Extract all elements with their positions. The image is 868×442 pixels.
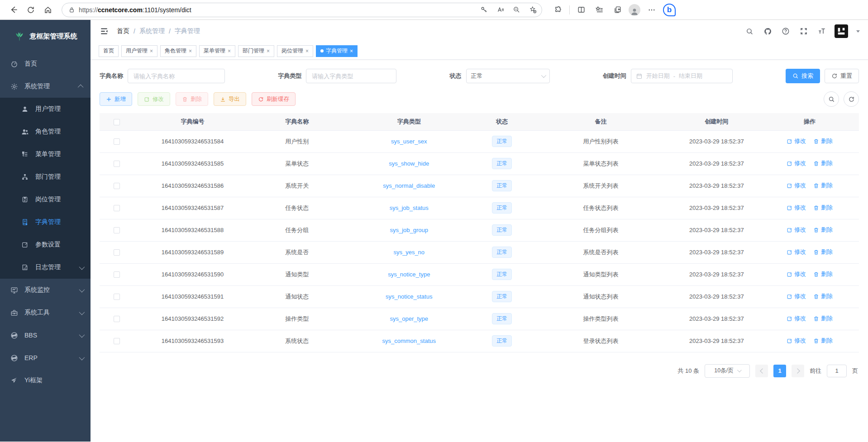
next-page-button[interactable] <box>792 365 804 377</box>
tab-users[interactable]: 用户管理× <box>121 45 157 57</box>
bing-discover-icon[interactable]: b <box>663 4 676 16</box>
extensions-icon[interactable] <box>551 3 565 17</box>
row-checkbox[interactable] <box>114 161 120 167</box>
close-icon[interactable]: × <box>189 48 192 54</box>
tab-dict-active[interactable]: 字典管理× <box>316 45 358 57</box>
dict-type-link[interactable]: sys_notice_status <box>386 293 432 300</box>
page-number-button[interactable]: 1 <box>773 365 786 377</box>
date-range-picker[interactable]: 开始日期 - 结束日期 <box>631 69 733 83</box>
sidebar-item-monitor[interactable]: 系统监控 <box>0 279 91 301</box>
breadcrumb-home[interactable]: 首页 <box>117 27 129 35</box>
close-icon[interactable]: × <box>267 48 270 54</box>
refresh-table-button[interactable] <box>844 91 859 107</box>
back-icon[interactable] <box>6 3 21 17</box>
tab-roles[interactable]: 角色管理× <box>160 45 196 57</box>
row-checkbox[interactable] <box>114 271 120 278</box>
tab-posts[interactable]: 岗位管理× <box>277 45 313 57</box>
row-checkbox[interactable] <box>114 183 120 189</box>
dict-type-link[interactable]: sys_show_hide <box>389 160 429 167</box>
url-text[interactable]: https://ccnetcore.com:1101/system/dict <box>79 6 474 14</box>
help-icon[interactable] <box>780 26 791 37</box>
row-edit-link[interactable]: 修改 <box>787 226 806 234</box>
tab-departments[interactable]: 部门管理× <box>238 45 274 57</box>
row-edit-link[interactable]: 修改 <box>787 204 806 212</box>
row-delete-link[interactable]: 删除 <box>813 337 833 345</box>
dict-type-link[interactable]: sys_user_sex <box>391 138 427 145</box>
refresh-cache-button[interactable]: 刷新缓存 <box>252 92 296 106</box>
add-favorite-icon[interactable] <box>526 4 539 16</box>
read-aloud-icon[interactable] <box>494 4 506 16</box>
dict-type-link[interactable]: sys_notice_type <box>388 271 430 278</box>
row-edit-link[interactable]: 修改 <box>787 337 806 345</box>
status-select[interactable]: 正常 <box>466 69 550 83</box>
refresh-icon[interactable] <box>24 3 38 17</box>
user-logo-avatar[interactable] <box>835 24 848 38</box>
row-checkbox[interactable] <box>114 316 120 322</box>
dict-type-link[interactable]: sys_yes_no <box>393 249 424 256</box>
sidebar-item-logs[interactable]: 日志管理 <box>0 256 91 279</box>
row-delete-link[interactable]: 删除 <box>813 314 833 323</box>
row-edit-link[interactable]: 修改 <box>787 159 806 167</box>
tab-menus[interactable]: 菜单管理× <box>199 45 235 57</box>
sidebar-item-departments[interactable]: 部门管理 <box>0 166 91 188</box>
sidebar-item-users[interactable]: 用户管理 <box>0 98 91 120</box>
row-edit-link[interactable]: 修改 <box>787 270 806 278</box>
row-edit-link[interactable]: 修改 <box>787 292 806 300</box>
dict-type-input[interactable] <box>306 69 396 83</box>
toggle-search-button[interactable] <box>824 91 839 107</box>
sidebar-item-erp[interactable]: ERP <box>0 347 91 369</box>
dict-type-link[interactable]: sys_oper_type <box>390 315 428 322</box>
password-key-icon[interactable] <box>477 4 490 16</box>
zoom-out-icon[interactable] <box>510 4 523 16</box>
split-screen-icon[interactable] <box>574 3 588 17</box>
goto-page-input[interactable] <box>827 365 847 377</box>
tab-home[interactable]: 首页 <box>99 45 119 57</box>
row-delete-link[interactable]: 删除 <box>813 159 833 167</box>
sidebar-item-menus[interactable]: 菜单管理 <box>0 143 91 166</box>
collapse-sidebar-icon[interactable] <box>99 26 110 37</box>
dict-type-link[interactable]: sys_common_status <box>382 337 436 344</box>
add-button[interactable]: 新增 <box>100 92 132 106</box>
row-checkbox[interactable] <box>114 338 120 344</box>
dict-type-link[interactable]: sys_job_status <box>390 204 429 211</box>
font-size-icon[interactable] <box>816 26 827 37</box>
export-button[interactable]: 导出 <box>214 92 246 106</box>
sidebar-item-tools[interactable]: 系统工具 <box>0 301 91 324</box>
row-edit-link[interactable]: 修改 <box>787 137 806 145</box>
row-delete-link[interactable]: 删除 <box>813 137 833 145</box>
dict-type-link[interactable]: sys_normal_disable <box>383 182 435 189</box>
edit-button[interactable]: 修改 <box>138 92 170 106</box>
app-logo[interactable]: 意框架管理系统 <box>0 20 91 52</box>
row-edit-link[interactable]: 修改 <box>787 181 806 190</box>
sidebar-item-roles[interactable]: 角色管理 <box>0 120 91 143</box>
row-checkbox[interactable] <box>114 138 120 145</box>
fullscreen-icon[interactable] <box>798 26 809 37</box>
row-delete-link[interactable]: 删除 <box>813 248 833 256</box>
favorites-icon[interactable] <box>592 3 606 17</box>
dict-name-input[interactable] <box>128 69 225 83</box>
select-all-checkbox[interactable] <box>114 119 120 125</box>
row-delete-link[interactable]: 删除 <box>813 270 833 278</box>
row-delete-link[interactable]: 删除 <box>813 226 833 234</box>
reset-button[interactable]: 重置 <box>825 69 859 83</box>
row-delete-link[interactable]: 删除 <box>813 204 833 212</box>
search-button[interactable]: 搜索 <box>786 69 820 83</box>
address-bar[interactable]: https://ccnetcore.com:1101/system/dict <box>62 3 542 17</box>
home-icon[interactable] <box>41 3 55 17</box>
search-icon[interactable] <box>744 26 755 37</box>
sidebar-item-yi-framework[interactable]: Yi框架 <box>0 369 91 392</box>
row-delete-link[interactable]: 删除 <box>813 181 833 190</box>
sidebar-item-posts[interactable]: 岗位管理 <box>0 188 91 211</box>
profile-avatar[interactable] <box>629 4 640 16</box>
row-checkbox[interactable] <box>114 227 120 233</box>
sidebar-item-dict[interactable]: 字典管理 <box>0 211 91 233</box>
github-icon[interactable] <box>762 26 773 37</box>
row-edit-link[interactable]: 修改 <box>787 314 806 323</box>
sidebar-item-bbs[interactable]: BBS <box>0 324 91 347</box>
prev-page-button[interactable] <box>755 365 768 377</box>
sidebar-item-system[interactable]: 系统管理 <box>0 75 91 98</box>
close-icon[interactable]: × <box>305 48 309 54</box>
close-icon[interactable]: × <box>350 48 353 54</box>
close-icon[interactable]: × <box>150 48 153 54</box>
chevron-down-icon[interactable] <box>856 30 860 33</box>
